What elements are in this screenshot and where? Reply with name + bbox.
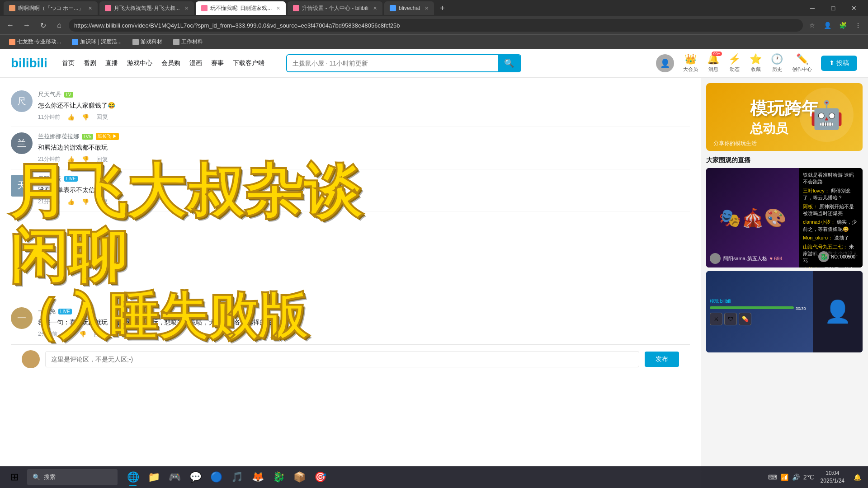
history-action[interactable]: 🕐 历史 — [771, 53, 783, 73]
comment-submit-button[interactable]: 发布 — [645, 352, 679, 367]
nav-game-center[interactable]: 游戏中心 — [127, 59, 152, 67]
comment-reply-3[interactable]: 回复 — [96, 197, 108, 206]
tab-favicon-1 — [9, 5, 15, 11]
bookmark-star-icon[interactable]: ☆ — [806, 19, 818, 32]
new-tab-button[interactable]: + — [436, 2, 448, 14]
comment-like-2[interactable]: 👍 — [67, 156, 75, 163]
nav-manga[interactable]: 漫画 — [189, 59, 202, 67]
chat-line-2: 阿板： 原神刚开始不是被喷吗当时还爆亮 — [803, 203, 859, 217]
bilibili-logo[interactable]: bilibili — [11, 56, 47, 70]
comment-dislike-4[interactable]: 👎 — [79, 331, 86, 338]
comment-reply-1[interactable]: 回复 — [96, 113, 108, 121]
comment-username-3[interactable]: 天际风云 — [38, 175, 61, 183]
home-button[interactable]: ⌂ — [52, 19, 66, 32]
ad-robot: 🤖 — [799, 88, 854, 142]
sidebar-live[interactable]: 🎭🎪🎨 铁就是看准时哈游 迭码不会跑路 三叶lovey： 师傅别念了，等云儿播哈… — [706, 168, 863, 267]
chat-user-4: Mon_okuro： — [803, 235, 833, 240]
address-bar-row: ← → ↻ ⌂ ☆ 👤 🧩 ⋮ — [0, 16, 868, 34]
comment-reply-4[interactable]: 回复 — [94, 330, 105, 338]
comment-username-4[interactable]: 一袋免 — [38, 307, 56, 315]
start-button[interactable]: ⊞ — [4, 466, 25, 488]
taskbar-app-extra5[interactable]: 🎯 — [310, 467, 330, 487]
taskbar-app-extra1[interactable]: 🎵 — [227, 467, 247, 487]
tab-close-5[interactable]: ✕ — [425, 5, 429, 11]
nav-live[interactable]: 直播 — [105, 59, 118, 67]
search-button[interactable]: 🔍 — [498, 55, 520, 71]
tab-2[interactable]: 月飞大叔祝驾题·月飞大叔... ✕ — [99, 1, 193, 15]
bookmark-favicon-4 — [173, 39, 179, 45]
taskbar-app-chrome[interactable]: 🌐 — [123, 467, 143, 487]
tab-close-4[interactable]: ✕ — [373, 5, 377, 11]
vip-action[interactable]: 👑 大会员 — [683, 53, 698, 73]
close-button[interactable]: ✕ — [844, 0, 864, 16]
avatar[interactable]: 👤 — [656, 54, 674, 72]
taskbar-app-blue[interactable]: 🔵 — [206, 467, 226, 487]
taskbar-app-wechat[interactable]: 💬 — [185, 467, 205, 487]
address-input[interactable] — [69, 19, 803, 32]
tab-label-3: 玩不懂我呢! 日削巡家戏... — [210, 5, 272, 12]
taskbar-search[interactable]: 🔍 搜索 — [27, 469, 118, 485]
comment-avatar-3[interactable]: 天 — [11, 175, 33, 197]
taskbar-app-extra4[interactable]: 📦 — [289, 467, 309, 487]
tab-close-1[interactable]: ✕ — [88, 5, 92, 11]
taskbar-app-extra3[interactable]: 🐉 — [269, 467, 288, 487]
nav-esports[interactable]: 赛事 — [211, 59, 224, 67]
message-action[interactable]: 🔔99+ 消息 — [707, 53, 719, 73]
settings-icon[interactable]: ⋮ — [852, 19, 864, 32]
dynamics-action[interactable]: ⚡ 动态 — [728, 53, 741, 73]
bookmark-2[interactable]: 加识球 | 深度活... — [68, 37, 125, 47]
chat-line-4: Mon_okuro： 送抽了 — [803, 235, 859, 241]
comment-dislike-2[interactable]: 👎 — [82, 156, 89, 163]
taskbar-clock[interactable]: 10:04 2025/1/24 — [818, 469, 847, 485]
comment-3: 天 天际风云 LIVE 没有商单表示不太信🤣 21分钟前 👍 👎 回复 — [11, 169, 690, 211]
sidebar-ad[interactable]: 🤖 模玩跨年 总动员 分享你的模玩生活 — [706, 83, 863, 151]
comment-avatar-4[interactable]: 一 — [11, 307, 33, 329]
comment-reply-2[interactable]: 回复 — [96, 155, 108, 164]
volume-icon[interactable]: 🔊 — [791, 473, 801, 482]
tab-3[interactable]: 玩不懂我呢! 日削巡家戏... ✕ — [196, 1, 286, 15]
nav-bangumi[interactable]: 番剧 — [84, 59, 96, 67]
tab-close-3[interactable]: ✕ — [276, 5, 280, 11]
comment-avatar-2[interactable]: 兰 — [11, 132, 33, 154]
bookmark-4[interactable]: 工作材料 — [170, 37, 207, 47]
comment-avatar-1[interactable]: 尺 — [11, 90, 33, 112]
nav-download[interactable]: 下载客户端 — [233, 59, 264, 67]
search-input[interactable] — [287, 55, 498, 71]
tab-close-2[interactable]: ✕ — [184, 5, 189, 11]
comment-badge-2: LV5 — [82, 134, 93, 140]
tab-1[interactable]: 啊啊啊啊（「つコ ホー...」 ✕ — [4, 1, 98, 15]
tab-5[interactable]: blivechat ✕ — [384, 1, 434, 15]
minimize-button[interactable]: ─ — [802, 0, 823, 16]
taskbar-app-game[interactable]: 🎮 — [165, 467, 184, 487]
maximize-button[interactable]: □ — [823, 0, 844, 16]
favorites-action[interactable]: ⭐ 收藏 — [750, 53, 762, 73]
bookmark-3[interactable]: 游戏科材 — [129, 37, 166, 47]
browser-chrome: 啊啊啊啊（「つコ ホー...」 ✕ 月飞大叔祝驾题·月飞大叔... ✕ 玩不懂我… — [0, 0, 868, 49]
comment-like-4[interactable]: 👍 — [65, 331, 72, 338]
comment-username-1[interactable]: 尺天气丹 — [38, 90, 61, 99]
network-icon[interactable]: 📶 — [780, 473, 789, 482]
notification-bell[interactable]: 🔔 — [850, 470, 864, 484]
bookmark-1[interactable]: 七龙数·专业移动... — [5, 37, 65, 47]
comment-like-3[interactable]: 👍 — [67, 198, 75, 205]
creator-action[interactable]: ✏️ 创作中心 — [792, 53, 812, 73]
taskbar-app-explorer[interactable]: 📁 — [144, 467, 164, 487]
comment-input[interactable] — [45, 351, 639, 367]
profile-icon[interactable]: 👤 — [821, 19, 834, 32]
forward-button[interactable]: → — [20, 19, 33, 32]
sidebar-video[interactable]: 模玩 bilibili 30/30 ⚔ 🛡 💊 — [706, 271, 863, 352]
upload-button[interactable]: ⬆ 投稿 — [821, 56, 857, 71]
comment-like-1[interactable]: 👍 — [67, 114, 75, 121]
reload-button[interactable]: ↻ — [36, 19, 50, 32]
nav-vip-shop[interactable]: 会员购 — [161, 59, 180, 67]
taskbar-app-extra2[interactable]: 🦊 — [248, 467, 268, 487]
comment-body-3: 天际风云 LIVE 没有商单表示不太信🤣 21分钟前 👍 👎 回复 — [38, 175, 690, 206]
comment-username-2[interactable]: 兰拉娜那莅拉娜 — [38, 132, 79, 141]
comment-dislike-3[interactable]: 👎 — [82, 198, 89, 205]
extension-icon[interactable]: 🧩 — [836, 19, 849, 32]
nav-home[interactable]: 首页 — [62, 59, 75, 67]
comment-dislike-1[interactable]: 👎 — [82, 114, 89, 121]
tab-4[interactable]: 升情设置 - 个人中心 - bilibili ✕ — [288, 1, 382, 15]
dynamics-icon: ⚡ — [728, 53, 741, 65]
back-button[interactable]: ← — [4, 19, 17, 32]
